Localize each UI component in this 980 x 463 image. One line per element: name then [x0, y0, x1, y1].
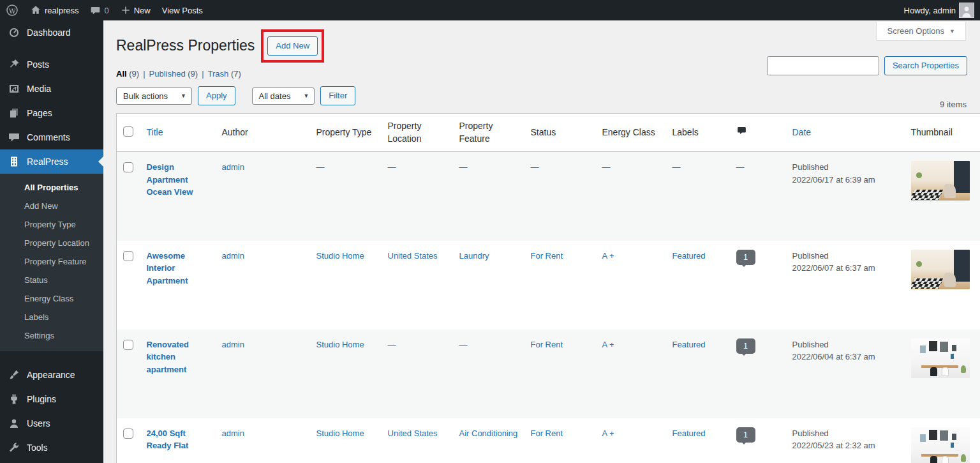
property-feature-link[interactable]: Laundry [459, 251, 489, 261]
column-header-property-type: Property Type [310, 114, 382, 152]
submenu-labels[interactable]: Labels [0, 308, 103, 326]
submenu-property-location[interactable]: Property Location [0, 234, 103, 252]
sidebar-item-plugins[interactable]: Plugins [0, 387, 103, 411]
submenu-energy-class[interactable]: Energy Class [0, 289, 103, 308]
author-link[interactable]: admin [222, 162, 244, 172]
apply-button[interactable]: Apply [198, 86, 235, 105]
property-location-link[interactable]: United States [388, 251, 438, 261]
status-link[interactable]: For Rent [531, 429, 563, 438]
sidebar-item-appearance[interactable]: Appearance [0, 363, 103, 387]
thumbnail-image[interactable] [911, 161, 970, 201]
sidebar-item-dashboard[interactable]: Dashboard [0, 20, 103, 45]
property-title-link[interactable]: 24,00 Sqft Ready Flat [147, 427, 209, 452]
view-posts-link[interactable]: View Posts [156, 0, 209, 20]
sidebar-item-media[interactable]: Media [0, 77, 103, 101]
menu-separator [0, 351, 103, 363]
property-title-link[interactable]: Renovated kitchen apartment [147, 338, 209, 376]
admin-sidebar: Dashboard Posts Media Pages Comments Rea… [0, 20, 103, 463]
comment-count-bubble[interactable]: 1 [736, 250, 755, 265]
view-all-link[interactable]: All [116, 69, 127, 79]
property-location-link[interactable]: United States [388, 429, 438, 438]
view-published-link[interactable]: Published [149, 69, 186, 79]
new-content-menu[interactable]: New [115, 0, 156, 20]
bulk-actions-select[interactable]: Bulk actions ▼ [116, 87, 192, 105]
sidebar-item-posts[interactable]: Posts [0, 52, 103, 77]
status-link[interactable]: For Rent [531, 251, 563, 261]
submenu-all-properties[interactable]: All Properties [0, 178, 103, 197]
comment-count: 0 [104, 6, 108, 15]
column-header-comments [730, 114, 786, 152]
search-properties-button[interactable]: Search Properties [884, 56, 967, 75]
comment-bubble-icon [736, 128, 747, 138]
author-link[interactable]: admin [222, 251, 244, 261]
energy-class-link[interactable]: A + [602, 251, 614, 261]
row-checkbox[interactable] [123, 429, 133, 439]
search-input[interactable] [767, 56, 879, 75]
view-trash-link[interactable]: Trash [208, 69, 229, 79]
property-type-link[interactable]: Studio Home [316, 429, 364, 438]
filter-button[interactable]: Filter [320, 86, 355, 105]
labels-link[interactable]: Featured [672, 340, 706, 349]
my-account-menu[interactable]: Howdy, admin [898, 0, 980, 20]
thumbnail-image[interactable] [911, 338, 970, 378]
add-new-button[interactable]: Add New [267, 36, 318, 56]
column-header-title[interactable]: Title [140, 114, 216, 152]
submenu-settings[interactable]: Settings [0, 326, 103, 345]
labels-link[interactable]: Featured [672, 251, 706, 261]
comment-count-bubble[interactable]: 1 [736, 338, 755, 354]
submenu-property-feature[interactable]: Property Feature [0, 252, 103, 271]
table-row: Design Apartment Ocean View admin — — — … [117, 152, 980, 241]
user-icon [8, 417, 20, 430]
author-link[interactable]: admin [222, 340, 244, 349]
column-header-date[interactable]: Date [786, 114, 905, 152]
energy-class-link[interactable]: A + [602, 429, 614, 438]
wrench-icon [8, 441, 20, 454]
site-menu[interactable]: realpress [24, 0, 84, 20]
plus-icon [121, 5, 131, 15]
comment-count-bubble[interactable]: 1 [736, 427, 755, 443]
sidebar-item-pages[interactable]: Pages [0, 101, 103, 125]
thumbnail-image[interactable] [911, 250, 970, 289]
author-link[interactable]: admin [222, 429, 244, 438]
labels-link[interactable]: Featured [672, 429, 706, 438]
energy-class-link[interactable]: A + [602, 340, 614, 349]
table-row: Awesome Interior Apartment admin Studio … [117, 241, 980, 330]
realpress-submenu: All Properties Add New Property Type Pro… [0, 174, 103, 351]
comments-icon [8, 131, 20, 144]
howdy-text: Howdy, admin [904, 6, 956, 15]
column-header-property-location: Property Location [382, 114, 453, 152]
property-title-link[interactable]: Awesome Interior Apartment [147, 250, 209, 287]
chevron-down-icon: ▼ [303, 93, 309, 99]
submenu-add-new[interactable]: Add New [0, 197, 103, 215]
search-form: Search Properties [767, 56, 967, 75]
select-all-checkbox[interactable] [123, 126, 133, 137]
screen-options-toggle[interactable]: Screen Options ▼ [876, 22, 966, 41]
table-row: 24,00 Sqft Ready Flat admin Studio Home … [117, 418, 980, 463]
row-checkbox[interactable] [123, 162, 133, 172]
property-feature-link[interactable]: Air Conditioning [459, 429, 518, 438]
sidebar-item-tools[interactable]: Tools [0, 436, 103, 460]
new-label: New [134, 6, 151, 15]
submenu-property-type[interactable]: Property Type [0, 215, 103, 234]
thumbnail-image[interactable] [911, 427, 970, 463]
property-title-link[interactable]: Design Apartment Ocean View [147, 161, 209, 199]
table-header-row: Title Author Property Type Property Loca… [117, 114, 980, 152]
property-type-link[interactable]: Studio Home [316, 251, 364, 261]
wordpress-logo-icon[interactable] [0, 0, 24, 20]
status-link[interactable]: For Rent [531, 340, 563, 349]
comment-bubble-icon [90, 5, 101, 16]
site-name: realpress [45, 6, 78, 15]
pushpin-icon [8, 58, 20, 71]
comments-shortcut[interactable]: 0 [84, 0, 114, 20]
property-type-link[interactable]: Studio Home [316, 340, 364, 349]
row-checkbox[interactable] [123, 251, 133, 261]
date-filter-select[interactable]: All dates ▼ [252, 87, 315, 105]
sidebar-item-settings[interactable]: Settings [0, 460, 103, 463]
sidebar-item-users[interactable]: Users [0, 411, 103, 436]
column-header-energy-class: Energy Class [596, 114, 666, 152]
sidebar-item-comments[interactable]: Comments [0, 125, 103, 149]
row-checkbox[interactable] [123, 340, 133, 350]
sidebar-item-realpress[interactable]: RealPress [0, 149, 103, 174]
submenu-status[interactable]: Status [0, 271, 103, 289]
dashboard-gauge-icon [8, 26, 20, 39]
